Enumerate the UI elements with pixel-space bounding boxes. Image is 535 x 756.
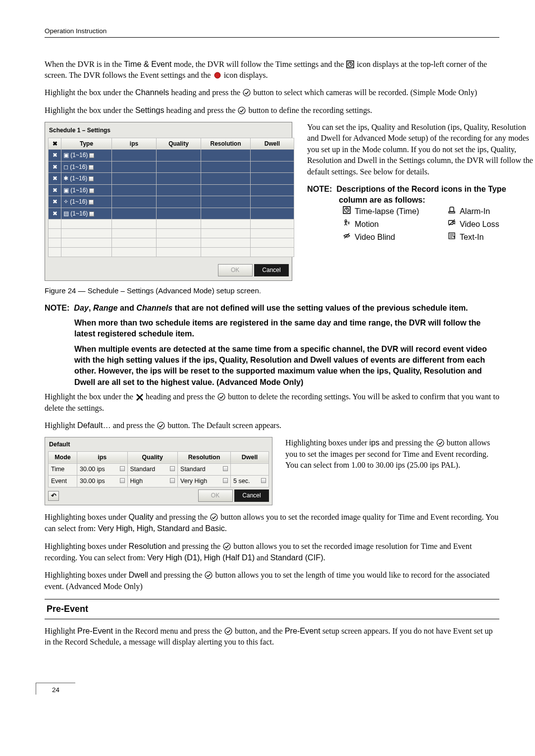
note-day-range: NOTE: Day, Range and Channels that are n… xyxy=(45,302,499,313)
legend-video-blind: Video Blind xyxy=(355,231,444,242)
running-header: Operation Instruction xyxy=(45,27,499,38)
enter-icon xyxy=(224,627,232,635)
label-pre-event: Pre-Event xyxy=(77,626,113,635)
page-number: 24 xyxy=(36,683,75,695)
enter-icon xyxy=(238,107,246,114)
type-cell[interactable]: ✱ (1~16) xyxy=(61,173,112,185)
label-channels: Channels xyxy=(135,88,169,97)
default-dialog: Default Mode ips Quality Resolution Dwel… xyxy=(45,437,272,505)
col-ips: ips xyxy=(77,451,128,463)
chevron-down-icon xyxy=(120,466,125,471)
col-quality: Quality xyxy=(127,451,178,463)
row-delete-button[interactable]: ✖ xyxy=(49,196,61,208)
label-ips: ips xyxy=(370,438,380,447)
chevron-down-icon xyxy=(223,466,228,471)
cell-quality[interactable]: Standard xyxy=(127,463,178,475)
col-resolution: Resolution xyxy=(178,451,231,463)
para-time-event: When the DVR is in the Time & Event mode… xyxy=(45,58,499,81)
enter-icon xyxy=(243,89,251,97)
label-default: Default… xyxy=(77,421,110,430)
para-dwell: Highlighting boxes under Dwell and press… xyxy=(45,569,499,592)
para-resolution: Highlighting boxes under Resolution and … xyxy=(45,540,499,564)
col-dwell: Dwell xyxy=(231,451,269,463)
text-in-icon xyxy=(444,231,460,242)
schedule-table: ✖ Type ips Quality Resolution Dwell ✖▣ (… xyxy=(48,138,294,258)
chevron-down-icon xyxy=(223,478,228,483)
col-ips: ips xyxy=(112,138,157,150)
note-multi-events: When multiple events are detected at the… xyxy=(45,343,499,387)
cell-mode: Event xyxy=(49,476,77,487)
video-blind-icon xyxy=(339,231,355,242)
note-type-icons: NOTE: Descriptions of the Record icons i… xyxy=(307,183,534,206)
label-time-event: Time & Event xyxy=(124,59,172,68)
para-channels: Highlight the box under the Channels hea… xyxy=(45,87,499,98)
type-cell[interactable]: ▣ (1~16) xyxy=(61,150,112,162)
col-dwell: Dwell xyxy=(251,138,294,150)
schedule-side-text: You can set the ips, Quality and Resolut… xyxy=(307,122,534,177)
x-icon xyxy=(136,393,143,401)
row-delete-button[interactable]: ✖ xyxy=(49,150,61,162)
row-delete-button[interactable]: ✖ xyxy=(49,161,61,173)
legend-text-in: Text-In xyxy=(460,231,534,242)
col-type: Type xyxy=(61,138,112,150)
enter-icon xyxy=(223,542,231,550)
default-table: Mode ips Quality Resolution Dwell Time 3… xyxy=(48,451,269,488)
enter-icon xyxy=(157,422,165,430)
cell-quality[interactable]: High xyxy=(127,476,178,487)
schedule-settings-dialog: Schedule 1 – Settings ✖ Type ips Quality… xyxy=(45,122,292,281)
type-icon-legend: Time-lapse (Time) Alarm-In Motion Video … xyxy=(339,206,534,243)
video-loss-icon xyxy=(444,218,460,229)
label-dwell: Dwell xyxy=(129,570,149,579)
cell-ips[interactable]: 30.00 ips xyxy=(77,476,128,487)
row-delete-button[interactable]: ✖ xyxy=(49,184,61,196)
cell-resolution[interactable]: Very High xyxy=(178,476,231,487)
row-delete-button[interactable]: ✖ xyxy=(49,208,61,219)
alarm-icon xyxy=(444,206,460,216)
motion-icon xyxy=(339,218,355,229)
para-quality: Highlighting boxes under Quality and pre… xyxy=(45,511,499,535)
clock-icon xyxy=(339,206,355,216)
cell-mode: Time xyxy=(49,463,77,475)
note-two-items: When more than two schedule items are re… xyxy=(45,317,499,339)
section-pre-event: Pre-Event xyxy=(45,599,499,619)
cell-dwell[interactable]: 5 sec. xyxy=(231,476,269,487)
legend-video-loss: Video Loss xyxy=(460,218,534,229)
default-title: Default xyxy=(49,440,269,449)
schedule-title: Schedule 1 – Settings xyxy=(49,126,289,135)
para-default: Highlight Default… and press the button.… xyxy=(45,420,499,431)
undo-button[interactable]: ↶ xyxy=(48,491,59,501)
enter-icon xyxy=(210,513,218,521)
ok-button[interactable]: OK xyxy=(198,489,233,502)
cancel-button[interactable]: Cancel xyxy=(254,264,289,276)
cancel-button[interactable]: Cancel xyxy=(234,489,269,502)
cell-resolution[interactable]: Standard xyxy=(178,463,231,475)
type-cell[interactable]: ▤ (1~16) xyxy=(61,208,112,219)
chevron-down-icon xyxy=(170,478,175,483)
legend-time: Time-lapse (Time) xyxy=(355,206,444,216)
col-quality: Quality xyxy=(157,138,201,150)
col-delete[interactable]: ✖ xyxy=(49,138,61,150)
para-settings: Highlight the box under the Settings hea… xyxy=(45,105,499,116)
type-cell[interactable]: ◻ (1~16) xyxy=(61,161,112,173)
type-cell[interactable]: ▣ (1~16) xyxy=(61,184,112,196)
enter-icon xyxy=(205,571,213,579)
legend-motion: Motion xyxy=(355,218,444,229)
enter-icon xyxy=(217,393,225,401)
para-pre-event: Highlight Pre-Event in the Record menu a… xyxy=(45,625,499,648)
row-delete-button[interactable]: ✖ xyxy=(49,173,61,185)
para-ips: Highlighting boxes under ips and pressin… xyxy=(285,437,499,471)
ok-button[interactable]: OK xyxy=(218,264,253,276)
chevron-down-icon xyxy=(120,478,125,483)
label-settings: Settings xyxy=(135,106,164,114)
col-resolution: Resolution xyxy=(201,138,251,150)
label-resolution: Resolution xyxy=(129,541,167,550)
chevron-down-icon xyxy=(261,478,266,483)
cell-dwell[interactable] xyxy=(231,463,269,475)
cell-ips[interactable]: 30.00 ips xyxy=(77,463,128,475)
type-cell[interactable]: ✧ (1~16) xyxy=(61,196,112,208)
legend-alarm: Alarm-In xyxy=(460,206,534,216)
clock-icon xyxy=(346,60,354,68)
enter-icon xyxy=(436,439,444,447)
chevron-down-icon xyxy=(170,466,175,471)
label-quality: Quality xyxy=(129,512,154,521)
